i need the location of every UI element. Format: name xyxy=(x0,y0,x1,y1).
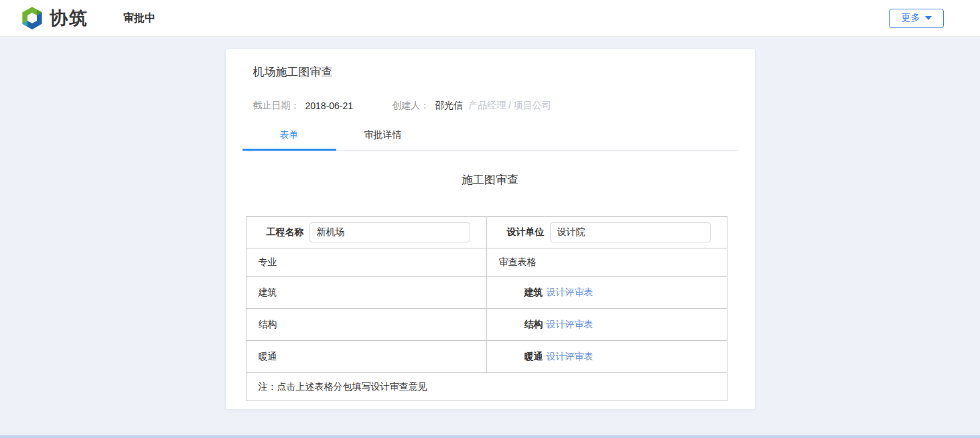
table-row-fields: 工程名称 设计单位 xyxy=(246,217,727,248)
column-review-form: 审查表格 xyxy=(486,248,727,277)
review-form-structure-cell: 结构设计评审表 xyxy=(486,309,727,341)
page-title: 审批中 xyxy=(123,11,155,25)
specialty-architecture: 建筑 xyxy=(246,277,486,309)
form-prefix-structure: 结构 xyxy=(524,319,543,330)
deadline-value: 2018-06-21 xyxy=(305,100,354,111)
creator-name: 邵光信 xyxy=(435,100,463,112)
column-specialty: 专业 xyxy=(246,248,486,277)
deadline-label: 截止日期： xyxy=(253,100,300,112)
table-row-structure: 结构 结构设计评审表 xyxy=(246,309,727,341)
project-name-cell: 工程名称 xyxy=(246,217,486,248)
bottom-bar xyxy=(0,435,980,438)
more-button-label: 更多 xyxy=(902,12,920,24)
more-button[interactable]: 更多 xyxy=(889,9,944,28)
review-form-table: 工程名称 设计单位 专业 审查表格 建筑 建筑设计评审表 xyxy=(246,216,727,401)
table-row-note: 注：点击上述表格分包填写设计审查意见 xyxy=(246,373,727,401)
table-row-hvac: 暖通 暖通设计评审表 xyxy=(246,341,727,373)
design-review-link-architecture[interactable]: 设计评审表 xyxy=(547,287,593,297)
specialty-structure: 结构 xyxy=(246,309,486,341)
specialty-hvac: 暖通 xyxy=(246,341,486,373)
design-review-link-hvac[interactable]: 设计评审表 xyxy=(547,351,593,362)
table-row-header: 专业 审查表格 xyxy=(246,248,727,277)
caret-down-icon xyxy=(925,16,932,20)
project-name-label: 工程名称 xyxy=(267,226,304,238)
tab-form[interactable]: 表单 xyxy=(242,125,336,150)
main-content: 机场施工图审查 截止日期： 2018-06-21 创建人： 邵光信 产品经理 /… xyxy=(0,37,980,409)
xiezhu-hexagon-logo-icon xyxy=(20,6,44,30)
approval-card: 机场施工图审查 截止日期： 2018-06-21 创建人： 邵光信 产品经理 /… xyxy=(226,49,755,409)
design-unit-input[interactable] xyxy=(550,222,711,242)
app-header: 协筑 审批中 更多 xyxy=(0,0,980,37)
creator-label: 创建人： xyxy=(392,100,429,112)
project-name-input[interactable] xyxy=(309,222,470,242)
design-review-link-structure[interactable]: 设计评审表 xyxy=(547,319,593,330)
review-form-hvac-cell: 暖通设计评审表 xyxy=(486,341,727,373)
tab-bar: 表单 审批详情 xyxy=(242,125,738,151)
review-form-architecture-cell: 建筑设计评审表 xyxy=(486,277,727,309)
app-logo: 协筑 xyxy=(20,6,88,30)
design-unit-cell: 设计单位 xyxy=(486,217,727,248)
form-prefix-hvac: 暖通 xyxy=(524,351,543,362)
design-unit-label: 设计单位 xyxy=(507,226,545,238)
approval-meta: 截止日期： 2018-06-21 创建人： 邵光信 产品经理 / 项目公司 xyxy=(253,100,727,112)
form-prefix-architecture: 建筑 xyxy=(524,287,543,297)
table-row-architecture: 建筑 建筑设计评审表 xyxy=(246,277,727,309)
form-title: 施工图审查 xyxy=(226,172,755,188)
creator-role: 产品经理 / 项目公司 xyxy=(468,100,551,112)
form-note: 注：点击上述表格分包填写设计审查意见 xyxy=(246,373,727,401)
tab-approval-detail[interactable]: 审批详情 xyxy=(336,125,430,150)
approval-title: 机场施工图审查 xyxy=(253,64,727,80)
brand-name: 协筑 xyxy=(50,6,88,30)
